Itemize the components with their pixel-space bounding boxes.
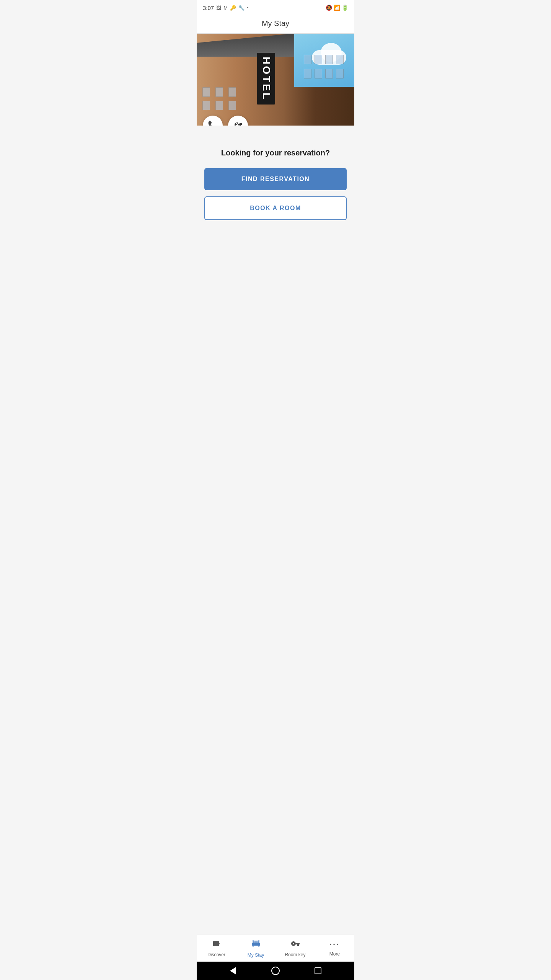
more-icon: ··· xyxy=(329,940,340,950)
status-mute-icon: 🔕 xyxy=(326,5,332,11)
status-icon-dot: · xyxy=(247,4,249,12)
status-icon-mail: M xyxy=(223,5,228,11)
image-action-buttons: 📞 🗺 xyxy=(203,116,248,126)
main-content: Looking for your reservation? FIND RESER… xyxy=(197,126,354,934)
hotel-image: HOTEL 📞 🗺 xyxy=(197,34,354,126)
status-icon-key: 🔑 xyxy=(230,5,236,11)
status-icon-wrench: 🔧 xyxy=(238,5,245,11)
recents-button[interactable] xyxy=(313,965,323,976)
page-title: My Stay xyxy=(203,19,348,28)
android-nav-bar xyxy=(197,962,354,980)
app-header: My Stay xyxy=(197,14,354,34)
nav-item-mystay[interactable]: My Stay xyxy=(236,934,276,962)
back-button[interactable] xyxy=(228,965,238,976)
roomkey-label: Room key xyxy=(285,952,305,957)
home-button[interactable] xyxy=(270,965,281,976)
more-label: More xyxy=(329,951,340,957)
status-wifi-icon: 📶 xyxy=(334,5,340,11)
bottom-navigation: Discover My Stay Room key ··· More xyxy=(197,934,354,962)
status-icon-photo: 🖼 xyxy=(216,5,221,11)
reservation-prompt: Looking for your reservation? xyxy=(221,149,330,157)
discover-label: Discover xyxy=(207,952,225,957)
book-room-button[interactable]: BOOK A ROOM xyxy=(204,196,347,220)
windows-left xyxy=(202,87,237,110)
nav-item-discover[interactable]: Discover xyxy=(197,934,236,962)
windows-right xyxy=(304,55,343,78)
status-right-icons: 🔕 📶 🔋 xyxy=(326,5,348,11)
status-time: 3:07 xyxy=(203,5,214,11)
phone-icon: 📞 xyxy=(208,121,218,126)
mystay-label: My Stay xyxy=(248,952,264,958)
map-icon: 🗺 xyxy=(234,121,242,126)
status-left: 3:07 🖼 M 🔑 🔧 · xyxy=(203,4,249,12)
call-button[interactable]: 📞 xyxy=(203,116,223,126)
roomkey-icon xyxy=(291,939,300,951)
discover-icon xyxy=(212,939,221,951)
mystay-icon xyxy=(251,939,261,951)
nav-item-roomkey[interactable]: Room key xyxy=(276,934,315,962)
status-bar: 3:07 🖼 M 🔑 🔧 · 🔕 📶 🔋 xyxy=(197,0,354,14)
hotel-sign: HOTEL xyxy=(257,53,275,105)
status-battery-icon: 🔋 xyxy=(342,5,348,11)
nav-item-more[interactable]: ··· More xyxy=(315,934,354,962)
map-button[interactable]: 🗺 xyxy=(228,116,248,126)
find-reservation-button[interactable]: FIND RESERVATION xyxy=(204,168,347,190)
